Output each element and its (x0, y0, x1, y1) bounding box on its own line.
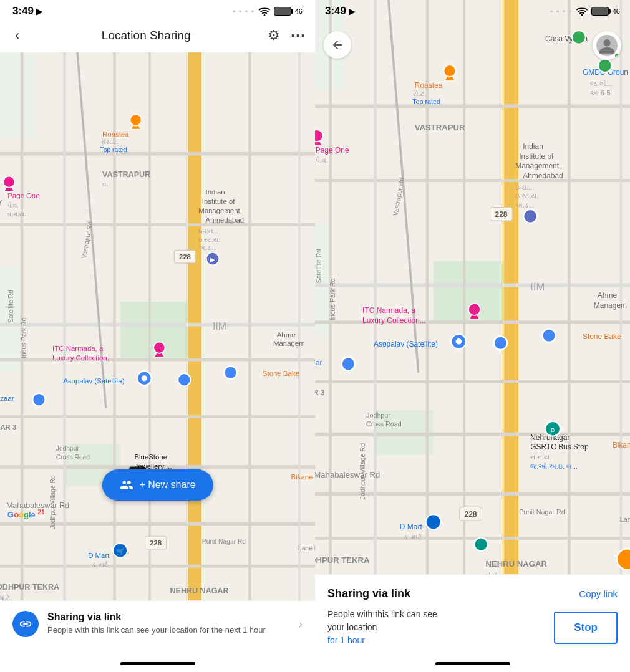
svg-text:Top rated: Top rated (100, 146, 127, 153)
time-text-right: 3:49 (325, 5, 346, 17)
avatar-button-right[interactable] (593, 31, 621, 60)
svg-point-199 (474, 537, 488, 551)
svg-point-81 (3, 176, 14, 188)
svg-text:Jodhpur: Jodhpur (366, 411, 390, 419)
time-text: 3:49 (12, 5, 34, 17)
more-button[interactable]: ⋯ (290, 27, 305, 44)
svg-rect-12 (0, 358, 315, 362)
svg-text:ન.ન.ય.: ન.ન.ય. (530, 453, 551, 461)
link-icon (19, 617, 32, 631)
header-bar: ‹ Location Sharing ⚙ ⋯ (0, 20, 315, 52)
svg-rect-116 (315, 537, 630, 540)
svg-text:ડ. માર્ટ: ડ. માર્ટ (404, 533, 422, 540)
svg-text:અ.ડ...: અ.ડ... (515, 201, 534, 209)
expanded-header: Sharing via link Copy link (327, 587, 618, 600)
svg-text:Page One: Page One (316, 146, 349, 155)
svg-point-85 (153, 342, 165, 353)
svg-text:Luxury Collection...: Luxury Collection... (52, 354, 113, 362)
svg-rect-19 (63, 52, 66, 600)
bottom-card-text: Sharing via link People with this link c… (47, 612, 290, 636)
svg-point-197 (426, 514, 441, 529)
map-svg-right: 228 228 Plaza AND CIETY U VIHAR 3 વ.જ. હ… (315, 0, 630, 574)
svg-text:Satellite Rd: Satellite Rd (315, 249, 322, 284)
sharing-via-link-title: Sharing via link (47, 612, 290, 623)
svg-text:Mahabaleswar Rd: Mahabaleswar Rd (315, 470, 380, 479)
new-share-button[interactable]: + New share (102, 469, 213, 501)
svg-point-185 (315, 130, 323, 142)
time-left: 3:49 ▶ (12, 5, 42, 17)
signal-dots-left: ● ● ● ● (233, 8, 255, 14)
back-button-left[interactable]: ‹ (10, 25, 24, 46)
svg-text:BlueStone: BlueStone (134, 453, 167, 461)
svg-text:Bikane: Bikane (613, 441, 630, 449)
svg-text:Institute of: Institute of (519, 152, 554, 161)
svg-rect-113 (315, 380, 630, 383)
status-icons-right: ● ● ● ● 46 (550, 7, 621, 16)
svg-point-191 (494, 336, 508, 350)
svg-text:Bikane: Bikane (291, 473, 313, 481)
svg-point-98 (581, 14, 583, 15)
wifi-icon-right (576, 7, 588, 16)
duration-link: for 1 hour (327, 635, 365, 645)
svg-point-0 (263, 14, 265, 15)
svg-text:Luxury Collection...: Luxury Collection... (362, 316, 426, 325)
svg-text:Stone Bake: Stone Bake (583, 332, 621, 341)
back-button-right[interactable] (324, 31, 351, 59)
svg-text:228: 228 (150, 539, 162, 547)
svg-point-192 (542, 329, 556, 342)
svg-text:ઇ.સ્ટ.ય.: ઇ.સ્ટ.ય. (515, 192, 538, 199)
svg-rect-9 (0, 152, 315, 156)
status-bar-right: 3:49 ▶ ● ● ● ● 46 (315, 0, 630, 20)
svg-text:GSRTC Bus Stop: GSRTC Bus Stop (530, 443, 589, 451)
home-bar-right (435, 662, 510, 665)
svg-point-89 (224, 366, 237, 379)
svg-text:NEHRU NAGAR: NEHRU NAGAR (485, 559, 547, 569)
svg-rect-13 (0, 415, 315, 418)
svg-text:Ahmedabad: Ahmedabad (206, 216, 245, 224)
svg-text:Satellite Rd: Satellite Rd (7, 290, 14, 323)
expanded-title: Sharing via link (327, 587, 410, 600)
svg-text:ન.ન.: ન.ન. (485, 570, 499, 574)
svg-text:Punit Nagar Rd: Punit Nagar Rd (202, 538, 246, 545)
location-arrow-icon: ▶ (36, 7, 42, 16)
battery-percent-left: 46 (295, 7, 303, 15)
online-indicator (614, 52, 620, 59)
copy-link-button[interactable]: Copy link (579, 588, 618, 599)
svg-text:Jodhpur Village Rd: Jodhpur Village Rd (49, 475, 56, 529)
svg-point-190 (456, 338, 462, 345)
svg-text:Jodhpur: Jodhpur (56, 445, 80, 452)
svg-text:પે.વ.: પે.વ. (7, 202, 19, 209)
svg-text:🛒: 🛒 (116, 547, 125, 555)
desc-line1: People with this link can see (327, 609, 437, 619)
svg-text:ઇ.સ્ટ.ય.: ઇ.સ્ટ.ય. (198, 236, 220, 243)
left-panel: 3:49 ▶ ● ● ● ● 46 ‹ Location Sharing (0, 0, 315, 672)
svg-text:IIM: IIM (213, 321, 226, 332)
svg-text:U VIHAR 3: U VIHAR 3 (0, 423, 16, 431)
chevron-right-icon: › (299, 618, 303, 631)
svg-text:IIM: IIM (530, 281, 545, 293)
svg-text:NEHRU NAGAR: NEHRU NAGAR (170, 587, 228, 595)
map-svg-left: 228 228 AND CIETY U VIHAR 3 વ.જ. હ3 Maha… (0, 52, 315, 600)
svg-rect-122 (568, 0, 571, 574)
settings-button[interactable]: ⚙ (268, 27, 280, 44)
header-icons: ⚙ ⋯ (268, 27, 305, 44)
svg-text:Roastea: Roastea (415, 81, 443, 90)
bottom-card-left[interactable]: Sharing via link People with this link c… (0, 600, 315, 655)
svg-point-193 (342, 357, 356, 371)
svg-text:Cross Road: Cross Road (366, 420, 402, 428)
svg-text:Managem: Managem (273, 340, 305, 347)
expanded-body: People with this link can see your locat… (327, 608, 618, 647)
svg-text:Management,: Management, (198, 207, 242, 214)
svg-rect-15 (0, 522, 315, 526)
google-logo: Google 21 (7, 509, 45, 519)
svg-rect-111 (315, 284, 630, 287)
new-share-label: + New share (139, 479, 195, 491)
signal-dots-right: ● ● ● ● (550, 8, 573, 14)
svg-rect-11 (0, 323, 315, 327)
svg-text:228: 228 (465, 510, 477, 519)
svg-point-188 (468, 304, 480, 315)
stop-button[interactable]: Stop (554, 612, 618, 644)
svg-text:Cross Road: Cross Road (56, 454, 90, 461)
svg-point-100 (603, 39, 610, 46)
map-canvas-left: 228 228 AND CIETY U VIHAR 3 વ.જ. હ3 Maha… (0, 52, 315, 600)
